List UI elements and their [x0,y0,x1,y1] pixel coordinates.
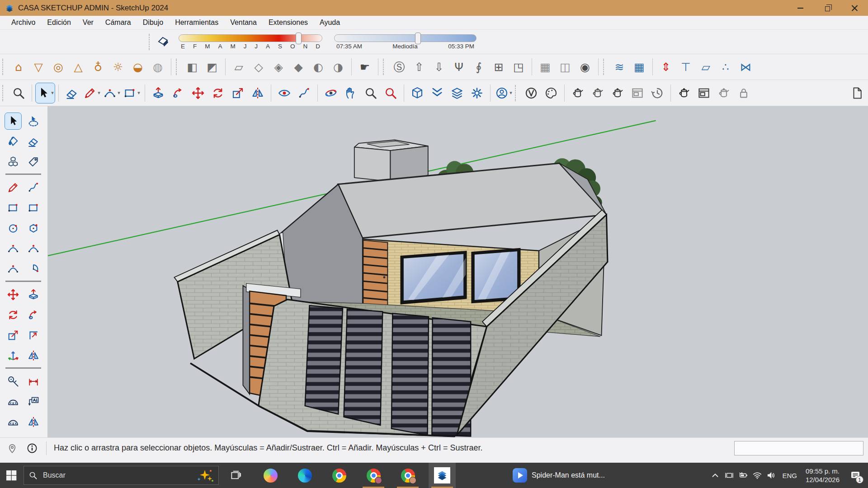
flip-tool[interactable] [248,83,268,103]
lasso-select-tool[interactable] [25,113,42,130]
vray-render-cloud-icon[interactable] [608,83,627,103]
eraser-tool[interactable] [25,133,42,150]
smoove-icon[interactable]: ⇕ [656,56,676,77]
push-pull-tool[interactable] [25,286,42,303]
account-icon-dropdown[interactable]: ▾ [509,90,512,96]
restore-button[interactable] [814,0,841,16]
vray-asset-editor-icon[interactable] [521,83,541,103]
rotated-rectangle-tool[interactable] [25,199,42,216]
edge-button[interactable] [291,463,318,488]
shadow-month-slider[interactable] [179,34,322,42]
two-point-arc-tool[interactable] [25,240,42,257]
three-point-arc-tool[interactable] [5,260,22,277]
chrome-profile-1-button[interactable] [360,463,387,488]
flip-tool[interactable] [25,347,42,364]
account-icon[interactable]: ▾ [494,83,514,103]
vray-lock-camera-icon[interactable] [734,83,754,103]
vray-pack-project-icon[interactable] [714,83,734,103]
screen-cast-icon[interactable] [724,470,734,480]
menu-ventana[interactable]: Ventana [224,17,263,28]
rectangle-tool[interactable]: ▾ [122,83,142,103]
toolbar-grip[interactable] [2,59,5,75]
taskbar-clock[interactable]: 09:55 p. m. 12/04/2026 [806,467,840,484]
toolbar-grip[interactable] [383,59,385,75]
minimize-button[interactable] [787,0,814,16]
geolocation-icon[interactable] [6,442,18,454]
protractor-tool[interactable] [5,393,22,410]
eraser-tool[interactable] [62,83,82,103]
section-cuts-icon[interactable]: ⇧ [409,56,429,77]
sphere-widget-icon[interactable]: ◍ [148,56,168,77]
menu-ver[interactable]: Ver [77,17,99,28]
close-button[interactable] [841,0,868,16]
section-plane-tool[interactable] [25,413,42,431]
flip-edge-icon[interactable]: ⋈ [736,56,755,77]
wifi-icon[interactable] [752,470,762,480]
vray-frame-buffer-icon[interactable] [627,83,647,103]
move-tool[interactable] [5,286,22,303]
volume-icon[interactable] [766,470,776,480]
light-house-icon[interactable]: ⌂ [9,56,28,77]
angular-dimension-tool[interactable] [5,413,22,431]
fur-tool-icon[interactable]: Ψ [449,56,469,77]
select-tool[interactable]: ▾ [35,83,55,103]
battery-icon[interactable] [738,470,748,480]
offset-tool[interactable] [25,327,42,344]
select-tool[interactable] [5,113,22,130]
drape-icon[interactable]: ▱ [696,56,716,77]
arc-tool[interactable] [5,240,22,257]
zoom-tool[interactable] [361,83,381,103]
stamp-icon[interactable]: ⊤ [676,56,696,77]
shaded-mode-icon[interactable]: ◆ [288,56,308,77]
arc-tool-dropdown[interactable]: ▾ [118,90,120,96]
push-pull-tool[interactable] [148,83,168,103]
line-tool[interactable] [5,179,22,196]
zoom-window-icon[interactable] [9,83,28,103]
language-indicator[interactable]: ENG [782,472,797,479]
vray-file-manager-icon[interactable] [694,83,714,103]
clip-tool-icon[interactable]: ∮ [469,56,489,77]
section-plane-icon[interactable]: Ⓢ [389,56,409,77]
tag-tool[interactable] [25,153,42,170]
start-button[interactable] [0,463,23,488]
axes-tool[interactable] [5,347,22,364]
shadow-time-slider[interactable] [334,34,476,42]
menu-archivo[interactable]: Archivo [5,17,41,28]
month-slider-handle[interactable] [296,33,302,44]
time-slider-handle[interactable] [415,33,421,44]
vray-render-interactive-icon[interactable] [588,83,608,103]
toolbar-grip[interactable] [149,34,151,50]
zoom-extents-tool[interactable] [381,83,401,103]
menu-herramientas[interactable]: Herramientas [169,17,224,28]
layout-grid-icon[interactable]: ▦ [535,56,555,77]
swap-front-faces-icon[interactable]: ◧ [182,56,202,77]
measurements-input[interactable] [734,441,863,455]
component-eye-icon[interactable]: ◉ [575,56,595,77]
dimension-tool[interactable] [25,373,42,390]
chrome-profile-2-button[interactable] [394,463,421,488]
menu-edicion[interactable]: Edición [41,17,76,28]
section-fill-icon[interactable]: ⇩ [429,56,449,77]
xray-mode-icon[interactable]: ▱ [229,56,249,77]
toolbar-grip[interactable] [2,85,5,101]
components-icon[interactable] [5,153,22,170]
ies-light-icon[interactable]: △ [68,56,88,77]
info-icon[interactable] [26,442,38,454]
hidden-line-mode-icon[interactable]: ◈ [269,56,288,77]
paint-bucket-tool[interactable] [5,133,22,150]
share-model-icon[interactable] [427,83,447,103]
omni-light-icon[interactable]: ◎ [48,56,68,77]
pin-light-icon[interactable]: ♁ [88,56,108,77]
wireframe-mode-icon[interactable]: ◇ [249,56,269,77]
line-tool-dropdown[interactable]: ▾ [98,90,100,96]
monochrome-mode-icon[interactable]: ◑ [328,56,348,77]
toolbar-grip[interactable] [515,85,517,101]
extension-warehouse-icon[interactable] [467,83,487,103]
vray-render-icon[interactable] [568,83,588,103]
select-object-icon[interactable]: ☛ [355,56,375,77]
terrain-grid-icon[interactable]: ▦ [629,56,649,77]
follow-me-tool[interactable] [168,83,188,103]
line-tool[interactable]: ▾ [82,83,102,103]
spot-light-icon[interactable]: ▽ [28,56,48,77]
polygon-tool[interactable] [25,220,42,237]
